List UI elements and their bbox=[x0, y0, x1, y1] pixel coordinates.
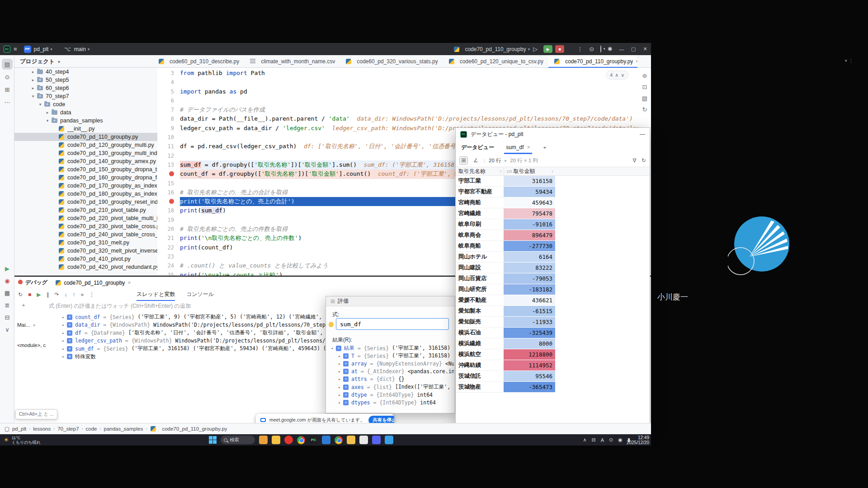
stack-frame[interactable]: <module>, c bbox=[17, 343, 59, 348]
breadcrumb-lessons[interactable]: lessons bbox=[33, 426, 51, 432]
maximize-button[interactable]: ▢ bbox=[627, 43, 639, 55]
dataview-titlebar[interactable]: PC データビュー - pd_plt — bbox=[456, 128, 650, 141]
line-number[interactable]: 25 bbox=[157, 271, 180, 276]
add-watch-icon[interactable]: ＋ bbox=[21, 301, 26, 309]
tree-item-50_step5[interactable]: ▸50_step5 bbox=[14, 76, 157, 84]
table-row[interactable]: 宮崎繊維795478 bbox=[456, 208, 650, 219]
tree-item-70_step7[interactable]: ▾70_step7 bbox=[14, 92, 157, 100]
expand-chevron-icon[interactable]: ▸ bbox=[60, 338, 67, 343]
services-icon[interactable]: ▦ bbox=[2, 287, 13, 298]
line-number[interactable]: 18 bbox=[157, 206, 180, 215]
result-row[interactable]: ▸≡attrs = {dict} {} bbox=[329, 375, 454, 383]
cell-value[interactable]: -91016 bbox=[504, 219, 555, 230]
cell-name[interactable]: 茨城信託 bbox=[456, 371, 504, 382]
breadcrumb-70_step7[interactable]: 70_step7 bbox=[57, 426, 79, 432]
expand-chevron-icon[interactable]: ▸ bbox=[60, 331, 67, 335]
cell-name[interactable]: 愛媛不動産 bbox=[456, 295, 504, 306]
display-icon[interactable] bbox=[385, 436, 393, 444]
cell-name[interactable]: 岡山百貨店 bbox=[456, 273, 504, 284]
expression-input[interactable]: sum_df bbox=[336, 318, 449, 330]
step-over-icon[interactable]: ↷ bbox=[55, 291, 59, 298]
structure-icon[interactable]: ⊞ bbox=[2, 84, 13, 95]
cell-value[interactable]: -325439 bbox=[504, 328, 555, 338]
table-row[interactable]: 沖縄紡績1114952 bbox=[456, 360, 650, 371]
result-row[interactable]: ▸≡axes = {list} [Index(['宇部工業', '宇都宮不動産'… bbox=[329, 383, 454, 391]
tab-code60_pd_310_describe.py[interactable]: code60_pd_310_describe.py bbox=[157, 55, 244, 68]
more-tools-icon[interactable]: ⋯ bbox=[2, 97, 13, 108]
table-row[interactable]: 岐阜商会896479 bbox=[456, 230, 650, 241]
tree-item-60_step6[interactable]: ▸60_step6 bbox=[14, 84, 157, 92]
gradient-icon[interactable]: ▧ bbox=[638, 95, 651, 102]
cell-name[interactable]: 宮崎商船 bbox=[456, 197, 504, 208]
expand-chevron-icon[interactable]: ▸ bbox=[336, 377, 343, 381]
tree-chevron-icon[interactable]: ▸ bbox=[30, 78, 36, 82]
expand-chevron-icon[interactable]: ▸ bbox=[336, 393, 343, 397]
cell-name[interactable]: 岡山建設 bbox=[456, 263, 504, 273]
more-actions-icon[interactable]: ⋮ bbox=[577, 46, 583, 52]
line-number[interactable]: 12 bbox=[157, 151, 180, 160]
table-row[interactable]: 愛知販売-11933 bbox=[456, 317, 650, 328]
line-number[interactable]: 8 bbox=[157, 114, 180, 123]
pause-icon[interactable]: ∥ bbox=[47, 291, 49, 298]
tree-chevron-icon[interactable]: ▸ bbox=[44, 110, 51, 115]
cell-name[interactable]: 横浜航空 bbox=[456, 349, 504, 360]
pycharm-icon[interactable]: PC bbox=[309, 436, 318, 444]
result-row[interactable]: ▸≡array = {NumpyExtensionArray} <NumpyEx… bbox=[329, 360, 454, 367]
tree-chevron-icon[interactable]: ▾ bbox=[37, 102, 43, 107]
tree-item-code70_pd_160_groupby_dropna_false.py[interactable]: code70_pd_160_groupby_dropna_false.py bbox=[14, 174, 157, 182]
edge-icon[interactable] bbox=[335, 436, 343, 444]
line-number[interactable]: 22 bbox=[157, 243, 180, 252]
line-number[interactable]: 24 bbox=[157, 261, 180, 270]
table-row[interactable]: 宮崎商船459643 bbox=[456, 197, 650, 208]
tab-close-icon[interactable]: ✕ bbox=[127, 281, 131, 285]
more-icon[interactable]: ⋮ bbox=[89, 291, 94, 298]
settings-icon[interactable]: ✱ bbox=[608, 46, 613, 52]
tree-item-code70_pd_230_pivot_table_cross.py[interactable]: code70_pd_230_pivot_table_cross.py bbox=[14, 222, 157, 230]
tree-item-code70_pd_410_pivot.py[interactable]: code70_pd_410_pivot.py bbox=[14, 255, 157, 263]
tab-debug[interactable]: デバッグ bbox=[18, 279, 47, 286]
tree-chevron-icon[interactable]: ▾ bbox=[30, 94, 36, 99]
tree-chevron-icon[interactable]: ▾ bbox=[44, 118, 51, 123]
frames-panel[interactable]: Mai... ▾ <module>, c bbox=[17, 310, 59, 361]
line-number[interactable]: 13 bbox=[157, 160, 180, 169]
table-header[interactable]: 取引先名称↕ 123取引金額↕ bbox=[456, 167, 650, 176]
add-tab-icon[interactable]: ＋ bbox=[542, 144, 547, 151]
notepad-icon[interactable] bbox=[359, 436, 368, 444]
result-row[interactable]: ▸≡T = {Series} ('宇部工業', 316158) ('宇都宮不動産… bbox=[329, 352, 454, 360]
tray-bluetooth-icon[interactable]: ◉ bbox=[618, 437, 623, 443]
table-view-icon[interactable]: ⊞ bbox=[459, 156, 468, 165]
tree-chevron-icon[interactable]: ▸ bbox=[30, 70, 36, 74]
commit-icon[interactable]: ⊙ bbox=[2, 71, 13, 82]
line-number[interactable]: 23 bbox=[157, 252, 180, 261]
rerun-icon[interactable]: ↻ bbox=[18, 291, 23, 298]
line-number[interactable]: 15 bbox=[157, 179, 180, 188]
cell-value[interactable]: 1114952 bbox=[504, 360, 555, 371]
inspections-widget[interactable]: 4 ∧∨ bbox=[606, 70, 628, 80]
tab-threads-variables[interactable]: スレッドと変数 bbox=[137, 291, 175, 301]
tray-ime-icon[interactable]: A bbox=[601, 437, 604, 443]
tree-chevron-icon[interactable]: ▸ bbox=[30, 86, 36, 90]
tab-debug-session[interactable]: code70_pd_110_groupby ✕ bbox=[56, 280, 131, 286]
expand-chevron-icon[interactable]: ▸ bbox=[336, 400, 343, 405]
table-row[interactable]: 茨城信託95546 bbox=[456, 371, 650, 382]
tree-item-__init__.py[interactable]: __init__.py bbox=[14, 125, 157, 133]
cell-value[interactable]: -277730 bbox=[504, 241, 555, 252]
tray-chevron-icon[interactable]: ∧ bbox=[583, 437, 586, 443]
code-text[interactable] bbox=[180, 78, 651, 87]
tray-display-icon[interactable]: ⊟ bbox=[592, 437, 596, 443]
tree-item-code70_pd_240_pivot_table_cross_multi_labels.py[interactable]: code70_pd_240_pivot_table_cross_multi_la… bbox=[14, 230, 157, 239]
breakpoint-dot-icon[interactable] bbox=[169, 199, 174, 204]
cell-value[interactable]: 59434 bbox=[504, 187, 555, 197]
cell-value[interactable]: -365473 bbox=[504, 382, 555, 393]
intention-bulb-icon[interactable] bbox=[329, 322, 334, 327]
resume-icon[interactable]: ▶ bbox=[37, 291, 41, 298]
tab-close-icon[interactable]: ✕ bbox=[527, 145, 530, 150]
expand-chevron-icon[interactable]: ▸ bbox=[60, 347, 67, 351]
run-to-cursor-icon[interactable]: » bbox=[81, 291, 84, 298]
line-number[interactable]: 3 bbox=[157, 69, 180, 78]
table-row[interactable]: 横浜繊維8000 bbox=[456, 338, 650, 349]
debug-button[interactable]: ▶ bbox=[543, 45, 552, 53]
line-number[interactable]: 9 bbox=[157, 124, 180, 133]
filter-icon[interactable]: ∇ bbox=[633, 157, 637, 164]
history-icon[interactable]: ↻ bbox=[638, 106, 651, 113]
